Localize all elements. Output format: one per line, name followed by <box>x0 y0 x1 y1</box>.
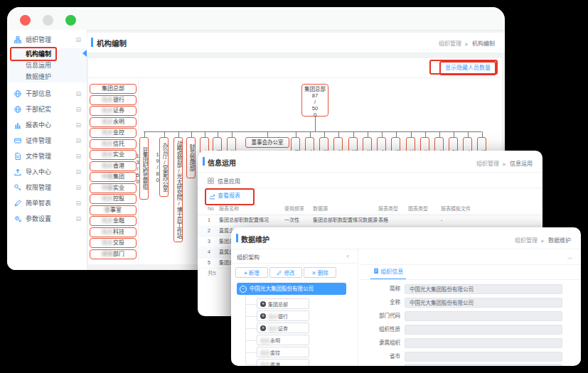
collapse-icon[interactable]: ⊟ <box>75 180 81 195</box>
field-label: 简称 <box>363 284 400 294</box>
sidebar: 组织管理 ⊟ 机构编制 信息运用 数据维护 干部信息 ⊟ 干部纪实 ⊟ 报表中心… <box>7 30 87 270</box>
collapse-node-icon[interactable]: − <box>240 286 247 293</box>
tree-node[interactable]: 光大金控 <box>257 347 309 357</box>
column-header[interactable]: 报表名称 <box>219 203 239 215</box>
org-list-node[interactable]: 董事室 <box>90 205 137 215</box>
org-list-node[interactable]: 光大银行 <box>90 95 137 105</box>
form-field-partial[interactable] <box>405 364 562 366</box>
divider <box>360 264 581 265</box>
minimize-window-button[interactable] <box>43 15 53 26</box>
tab-org-info[interactable]: 组织信息 <box>370 266 406 280</box>
breadcrumb-parent[interactable]: 组织管理 <box>515 237 538 244</box>
sidebar-item-certificate-management[interactable]: 证件管理 ⊟ <box>7 134 87 148</box>
expand-node-icon[interactable]: + <box>260 325 266 331</box>
column-header[interactable]: 图表类型 <box>408 203 428 215</box>
sidebar-item-cadre-record[interactable]: 干部纪实 ⊟ <box>7 102 87 117</box>
org-list-node[interactable]: 光大科技 <box>90 227 137 237</box>
org-list-node[interactable]: 光大信托 <box>90 139 137 149</box>
org-list-node[interactable]: 其他部门 <box>90 249 137 259</box>
org-list-node[interactable]: 光大证券 <box>90 106 137 116</box>
collapse-icon[interactable]: ⊟ <box>75 196 81 210</box>
column-header[interactable]: 数据源 <box>313 203 328 215</box>
tree-node[interactable]: 光大香港 <box>257 359 309 366</box>
org-list-node[interactable]: 光大永明 <box>90 117 137 127</box>
org-child-node[interactable]: 办公厅/党委办公室19/80 <box>159 137 169 197</box>
gear-icon <box>14 215 21 222</box>
table-header-row: No 报表名称 使用频率 数据源 报表类型 图表类型 报表模板文件 <box>198 203 542 215</box>
org-list-node[interactable]: 光大金控 <box>90 128 137 138</box>
tree-node[interactable]: +光大证券 <box>257 323 309 333</box>
divider <box>358 249 358 366</box>
breadcrumb-parent[interactable]: 组织管理 <box>439 40 461 47</box>
org-child-node[interactable]: 财务管理部 <box>186 137 196 178</box>
sidebar-item-report-center[interactable]: 报表中心 ⊟ <box>7 118 87 132</box>
org-list-node[interactable]: 光大香港 <box>90 161 137 171</box>
collapse-icon[interactable]: ⊟ <box>75 212 81 226</box>
full-name-field[interactable]: 中国光大集团股份有限公司 <box>405 298 562 308</box>
delete-button[interactable]: ✕ 删除 <box>304 267 336 278</box>
org-nature-field[interactable] <box>405 325 562 335</box>
sidebar-item-info-application[interactable]: 信息运用 <box>7 60 87 71</box>
tree-node[interactable]: +集团总部 <box>257 298 309 309</box>
breadcrumb-arrow-icon: ▶ <box>503 162 506 166</box>
org-child-node[interactable]: 驻集团纪检监察组13/50 <box>139 137 149 200</box>
collapse-icon[interactable]: ⊟ <box>75 118 81 132</box>
column-header[interactable]: 使用频率 <box>284 203 304 215</box>
org-child-node[interactable]: 董事会办公室 <box>245 137 289 148</box>
expand-node-icon[interactable]: + <box>260 301 266 307</box>
document-icon <box>14 153 21 160</box>
tree-node[interactable]: +光大银行 <box>257 310 309 321</box>
column-header[interactable]: No <box>208 203 214 215</box>
maximize-window-button[interactable] <box>65 15 76 26</box>
collapse-icon[interactable]: ⊟ <box>75 149 81 163</box>
collapse-icon[interactable]: ⊟ <box>75 134 81 148</box>
collapse-panel-icon[interactable]: < <box>346 253 350 259</box>
close-window-button[interactable] <box>20 15 31 26</box>
edit-button[interactable]: 修改 <box>269 267 302 278</box>
org-list-node[interactable]: 中青集团 <box>90 172 137 182</box>
collapse-icon[interactable]: ⊟ <box>75 87 81 101</box>
show-hidden-count-button[interactable]: 显示隐藏人员数量 <box>439 61 496 75</box>
breadcrumb-current: 信息运用 <box>510 161 533 167</box>
sidebar-item-org-compilation[interactable]: 机构编制 <box>7 48 87 60</box>
collapse-icon[interactable]: ⊟ <box>75 33 81 47</box>
department-code-field[interactable] <box>405 311 562 321</box>
org-root-node[interactable]: 集团总部 87 / 50 0 <box>301 84 328 117</box>
org-list-node[interactable]: 中青实业 <box>90 183 137 193</box>
sidebar-item-parameter-settings[interactable]: 参数设置 ⊟ <box>7 212 87 226</box>
sidebar-item-cadre-info[interactable]: 干部信息 ⊟ <box>7 87 87 101</box>
short-name-field[interactable]: 中国光大集团股份有限公司 <box>405 284 562 294</box>
org-list-node[interactable]: 集团总部 <box>90 84 137 94</box>
field-label: 部门代码 <box>363 311 400 321</box>
sidebar-item-label: 报表中心 <box>26 118 51 132</box>
sidebar-item-simple-smart-table[interactable]: 简单智表 ⊟ <box>7 196 87 210</box>
parent-org-field[interactable] <box>405 338 562 348</box>
table-row[interactable]: 1 集团总部职数配置情况 一次性 集团总部职数配置情况数据源 表格 - <box>198 215 542 226</box>
view-report-button[interactable]: 查看报表 <box>218 191 240 201</box>
sidebar-item-data-maintenance[interactable]: 数据维护 <box>7 71 87 82</box>
org-child-node[interactable]: 战略规划部/光大研究院/博士后工作站 <box>173 137 183 242</box>
collapse-icon[interactable]: ⊟ <box>75 165 81 179</box>
collapse-icon[interactable]: ⊟ <box>75 102 81 117</box>
org-list-node[interactable]: 光大交投 <box>90 238 137 248</box>
tree-root-node[interactable]: − 中国光大集团股份有限公司 <box>237 283 346 295</box>
sidebar-item-import-center[interactable]: 导入中心 ⊟ <box>7 165 87 179</box>
province-city-field[interactable] <box>405 352 562 362</box>
column-header[interactable]: 报表模板文件 <box>441 203 471 215</box>
breadcrumb-parent[interactable]: 组织管理 <box>476 161 499 167</box>
collapse-panel-icon[interactable]: ︿ <box>567 253 572 260</box>
org-list-node[interactable]: 光大金融 <box>90 216 137 226</box>
add-button[interactable]: + 新增 <box>235 267 268 278</box>
id-card-icon <box>14 137 21 144</box>
sidebar-item-org-management[interactable]: 组织管理 ⊟ <box>7 33 87 47</box>
tree-node[interactable]: 光大永明 <box>257 335 309 345</box>
sidebar-item-file-management[interactable]: 文件管理 ⊟ <box>7 149 87 163</box>
title-accent-bar <box>203 157 205 166</box>
page-title: 机构编制 <box>97 38 127 48</box>
section-title: 信息应用 <box>218 177 240 185</box>
org-list-node[interactable]: 光大控股 <box>90 194 137 204</box>
column-header[interactable]: 报表类型 <box>378 203 398 215</box>
expand-node-icon[interactable]: + <box>260 313 266 319</box>
sidebar-item-permission-management[interactable]: 权限管理 ⊟ <box>7 180 87 195</box>
org-list-node[interactable]: 光大实业 <box>90 150 137 160</box>
